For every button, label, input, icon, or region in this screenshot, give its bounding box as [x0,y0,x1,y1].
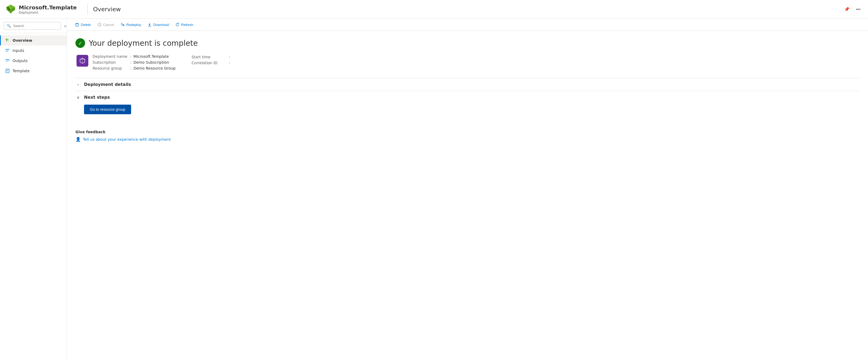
go-to-resource-group-label: Go to resource group [90,107,125,112]
download-icon [148,23,152,27]
resource-group-value: Demo Resource Group [133,66,176,70]
sidebar-item-label: Template [12,69,30,73]
outputs-icon [5,58,10,63]
deployment-info: Deployment name : Microsoft.Template Sub… [75,54,860,70]
sidebar-item-label: Outputs [12,59,28,63]
subscription-value: Demo Subscription [133,60,169,64]
subscription-label: Subscription [93,60,130,64]
page-title: Overview [93,6,842,12]
search-icon: 🔍 [7,24,11,28]
next-steps-label: Next steps [84,95,110,100]
more-icon: ••• [856,7,861,12]
header-title-block: Microsoft.Template Deployment [19,4,77,14]
refresh-label: Refresh [181,23,193,27]
redeploy-button[interactable]: Redeploy [118,21,144,28]
next-steps-section: ∨ Next steps Go to resource group [75,91,860,118]
svg-point-8 [8,41,9,42]
feedback-section: Give feedback 👤 Tell us about your exper… [75,126,860,142]
sidebar-item-label: Overview [12,38,32,42]
start-time-label: Start time [192,55,229,59]
deployment-name-value: Microsoft.Template [133,54,169,59]
search-input-wrapper: 🔍 [4,22,61,30]
svg-rect-27 [121,24,123,25]
app-logo: Microsoft.Template Deployment [5,4,77,15]
header: Microsoft.Template Deployment Overview 📌… [0,0,868,19]
svg-rect-28 [123,25,124,26]
delete-label: Delete [81,23,91,27]
feedback-title: Give feedback [75,130,860,134]
download-label: Download [153,23,169,27]
svg-rect-9 [6,49,9,50]
svg-point-5 [6,38,8,41]
collapse-icon: « [64,24,66,28]
download-button[interactable]: Download [145,21,172,28]
field-subscription: Subscription : Demo Subscription [93,60,176,64]
cancel-label: Cancel [103,23,114,27]
deployment-icon [76,55,88,67]
svg-point-7 [6,41,7,42]
sidebar-search-container: 🔍 « [0,19,67,33]
feedback-link-text: Tell us about your experience with deplo… [83,137,171,142]
details-chevron-icon: › [75,82,81,87]
field-correlation-id: Correlation ID : [192,61,232,65]
pin-icon: 📌 [844,7,849,12]
field-deployment-name: Deployment name : Microsoft.Template [93,54,176,59]
field-start-time: Start time : [192,55,232,59]
sidebar-nav: Overview Inputs [0,33,67,362]
logo-icon [5,4,16,15]
sidebar-item-inputs[interactable]: Inputs [0,46,67,56]
template-icon [5,68,10,73]
sidebar: 🔍 « [0,19,67,362]
svg-rect-20 [76,24,79,26]
correlation-id-label: Correlation ID [192,61,229,65]
go-to-resource-group-button[interactable]: Go to resource group [84,104,131,114]
check-icon: ✓ [78,40,82,46]
deployment-name-label: Deployment name [93,54,130,59]
content-area: ✓ Your deployment is complete [67,31,868,362]
resource-group-label: Resource group [93,66,130,70]
svg-rect-10 [6,50,8,51]
sidebar-item-label: Inputs [12,49,24,53]
app-subtitle: Deployment [19,11,77,14]
redeploy-icon [120,23,125,27]
main-layout: 🔍 « [0,19,868,362]
status-title: Your deployment is complete [89,39,198,48]
field-resource-group: Resource group : Demo Resource Group [93,66,176,70]
overview-icon [5,38,10,43]
svg-point-6 [8,39,9,40]
next-steps-chevron-icon: ∨ [75,95,81,99]
header-actions: 📌 ••• [842,6,863,13]
feedback-link[interactable]: 👤 Tell us about your experience with dep… [75,137,860,142]
app-name: Microsoft.Template [19,4,77,11]
deployment-details-label: Deployment details [84,82,131,87]
delete-button[interactable]: Delete [72,21,94,28]
status-icon: ✓ [75,38,85,48]
cancel-button[interactable]: Cancel [95,21,117,28]
deployment-details-section[interactable]: › Deployment details [75,78,860,91]
inputs-icon [5,48,10,53]
package-icon [79,57,86,64]
sidebar-item-outputs[interactable]: Outputs [0,56,67,66]
deployment-fields-right: Start time : Correlation ID : [192,54,232,70]
sidebar-item-template[interactable]: Template [0,66,67,76]
redeploy-label: Redeploy [126,23,141,27]
next-steps-header[interactable]: ∨ Next steps [75,95,860,100]
deployment-icon-block: Deployment name : Microsoft.Template Sub… [76,54,176,70]
pin-button[interactable]: 📌 [842,6,852,13]
toolbar: Delete Cancel Redeploy [67,19,868,31]
cancel-icon [97,23,102,27]
sidebar-item-overview[interactable]: Overview [0,35,67,46]
more-options-button[interactable]: ••• [854,6,863,13]
refresh-button[interactable]: Refresh [173,21,196,28]
refresh-icon [175,23,180,27]
delete-icon [75,23,79,27]
feedback-person-icon: 👤 [75,137,81,142]
deployment-fields-left: Deployment name : Microsoft.Template Sub… [93,54,176,70]
search-input[interactable] [13,24,58,28]
svg-rect-11 [6,51,8,52]
deployment-status: ✓ Your deployment is complete [75,38,860,48]
